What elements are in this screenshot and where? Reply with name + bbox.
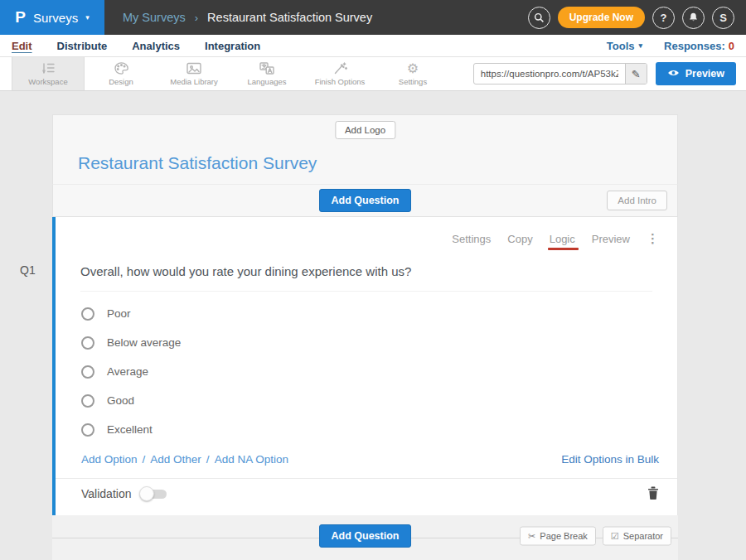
topbar-actions: Upgrade Now ? S: [528, 7, 746, 29]
answer-option[interactable]: Below average: [56, 328, 677, 357]
survey-url-input[interactable]: [474, 69, 625, 79]
edit-options-in-bulk-link[interactable]: Edit Options in Bulk: [561, 453, 659, 466]
breadcrumb: My Surveys › Restaurant Satisfaction Sur…: [123, 11, 372, 24]
add-option-link[interactable]: Add Option: [81, 453, 138, 466]
tab-analytics[interactable]: Analytics: [132, 40, 180, 52]
answer-option[interactable]: Poor: [56, 299, 677, 328]
toolbar-item-workspace[interactable]: Workspace: [12, 57, 85, 90]
edit-url-button[interactable]: ✎: [625, 63, 647, 84]
add-na-option-link[interactable]: Add NA Option: [215, 453, 288, 466]
avatar-initial: S: [719, 12, 727, 24]
question-text[interactable]: Overall, how would you rate your dining …: [80, 264, 652, 292]
page-break-separator-group: ✂ Page Break ☑ Separator: [520, 526, 671, 545]
question-logic-link[interactable]: Logic: [550, 233, 575, 245]
scissors-icon: ✂: [528, 530, 535, 541]
validation-row: Validation: [56, 478, 677, 509]
answer-option[interactable]: Average: [56, 357, 677, 386]
delete-question-button[interactable]: [647, 486, 659, 502]
tab-distribute[interactable]: Distribute: [57, 40, 108, 52]
toolbar-item-label: Finish Options: [315, 77, 366, 86]
preview-button[interactable]: Preview: [656, 62, 736, 85]
link-separator: /: [143, 453, 146, 466]
add-option-links: Add Option / Add Other / Add NA Option: [81, 453, 288, 466]
tab-edit[interactable]: Edit: [12, 40, 32, 52]
preview-label: Preview: [685, 68, 724, 80]
palette-icon: [114, 61, 128, 75]
question-copy-link[interactable]: Copy: [507, 233, 532, 245]
tools-label: Tools: [607, 40, 635, 52]
answer-options-list: Poor Below average Average Good Excellen…: [56, 299, 677, 444]
radio-button-icon[interactable]: [81, 336, 94, 350]
image-icon: [186, 61, 201, 75]
main-nav: Edit Distribute Analytics Integration To…: [0, 35, 746, 57]
toolbar-item-finish-options[interactable]: Finish Options: [303, 57, 376, 90]
questionpro-logo-icon: P: [15, 8, 26, 27]
toolbar-right: ✎ Preview: [473, 57, 746, 90]
search-button[interactable]: [528, 7, 550, 29]
toolbar-item-label: Media Library: [170, 77, 218, 86]
question-preview-link[interactable]: Preview: [592, 233, 630, 245]
add-logo-button[interactable]: Add Logo: [335, 121, 395, 139]
question-settings-link[interactable]: Settings: [452, 233, 491, 245]
add-question-button-bottom[interactable]: Add Question: [319, 524, 412, 548]
tab-integration[interactable]: Integration: [205, 40, 260, 52]
separator-button[interactable]: ☑ Separator: [603, 526, 671, 545]
add-question-bar-bottom: Add Question ✂ Page Break ☑ Separator: [52, 515, 678, 560]
radio-button-icon[interactable]: [81, 423, 94, 437]
responses-counter[interactable]: Responses:0: [664, 40, 734, 52]
page-break-button[interactable]: ✂ Page Break: [520, 526, 596, 545]
pencil-icon: ✎: [632, 68, 641, 80]
toolbar-item-label: Languages: [247, 77, 286, 86]
nav-right: Tools ▾ Responses:0: [607, 40, 734, 52]
survey-url-group: ✎: [473, 63, 647, 84]
toolbar-item-media-library[interactable]: Media Library: [157, 57, 230, 90]
breadcrumb-separator-icon: ›: [195, 12, 198, 24]
breadcrumb-my-surveys[interactable]: My Surveys: [123, 11, 186, 24]
logic-label: Logic: [550, 233, 575, 245]
page-break-label: Page Break: [540, 531, 587, 541]
workspace-icon: [41, 61, 56, 75]
toolbar-item-languages[interactable]: Languages: [230, 57, 303, 90]
toolbar-item-label: Design: [109, 77, 133, 86]
option-links-row: Add Option / Add Other / Add NA Option E…: [56, 444, 677, 466]
option-label: Excellent: [107, 423, 153, 436]
option-label: Good: [107, 394, 134, 407]
kebab-menu-icon[interactable]: ⋮: [647, 231, 659, 246]
toolbar-item-label: Settings: [399, 77, 427, 86]
toolbar-item-design[interactable]: Design: [85, 57, 157, 90]
add-question-bar-top: Add Question Add Intro: [52, 184, 678, 217]
responses-label: Responses:: [664, 40, 725, 52]
question-number-label: Q1: [20, 263, 36, 277]
surveys-product-menu[interactable]: P Surveys ▾: [0, 0, 104, 35]
builder-toolbar: Workspace Design Media Library Languages…: [0, 57, 746, 91]
survey-header-section: Add Logo Restaurant Satisfaction Survey: [52, 114, 678, 184]
help-button[interactable]: ?: [652, 7, 675, 29]
breadcrumb-current-survey: Restaurant Satisfaction Survey: [207, 11, 372, 24]
translate-icon: [259, 61, 274, 75]
chevron-down-icon: ▾: [639, 41, 643, 50]
toggle-knob: [139, 486, 154, 501]
option-label: Below average: [107, 336, 181, 349]
add-other-link[interactable]: Add Other: [150, 453, 201, 466]
separator-box-icon: ☑: [611, 530, 619, 541]
radio-button-icon[interactable]: [81, 307, 94, 321]
toolbar-item-settings[interactable]: ⚙ Settings: [376, 57, 449, 90]
add-question-button-top[interactable]: Add Question: [319, 189, 412, 212]
radio-button-icon[interactable]: [81, 394, 94, 408]
user-avatar[interactable]: S: [712, 7, 734, 29]
tools-menu[interactable]: Tools ▾: [607, 40, 642, 52]
radio-button-icon[interactable]: [81, 365, 94, 379]
answer-option[interactable]: Excellent: [56, 415, 677, 444]
gear-icon: ⚙: [407, 61, 419, 75]
upgrade-now-button[interactable]: Upgrade Now: [558, 7, 645, 28]
notifications-button[interactable]: [682, 7, 705, 29]
survey-title[interactable]: Restaurant Satisfaction Survey: [78, 153, 317, 173]
search-icon: [534, 12, 545, 23]
nav-tabs: Edit Distribute Analytics Integration: [12, 40, 260, 52]
option-label: Average: [107, 365, 148, 378]
validation-toggle[interactable]: [139, 486, 167, 501]
answer-option[interactable]: Good: [56, 386, 677, 415]
add-intro-button[interactable]: Add Intro: [607, 191, 667, 210]
chevron-down-icon: ▾: [85, 13, 90, 22]
validation-label: Validation: [81, 487, 131, 500]
